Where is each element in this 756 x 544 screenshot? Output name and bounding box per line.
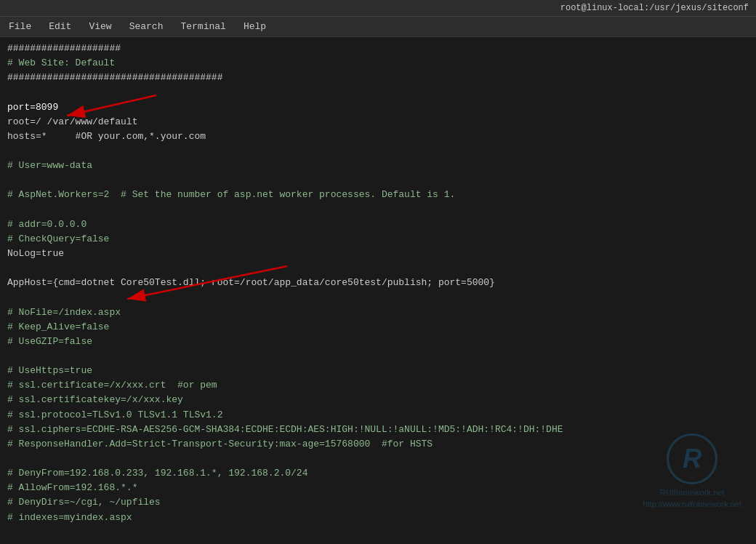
line-18: # NoFile=/index.aspx — [7, 305, 749, 320]
line-29: # DenyFrom=192.168.0.233, 192.168.1.*, 1… — [7, 466, 749, 481]
line-23: # ssl.certificate=/x/xxx.crt #or pem — [7, 378, 749, 393]
menu-search[interactable]: Search — [126, 20, 166, 33]
line-7 — [7, 144, 749, 159]
line-12: # addr=0.0.0.0 — [7, 217, 749, 232]
title-bar: root@linux-local:/usr/jexus/siteconf — [0, 0, 756, 17]
menu-file[interactable]: File — [6, 20, 34, 33]
line-33 — [7, 525, 749, 539]
line-19: # Keep_Alive=false — [7, 320, 749, 335]
line-22: # UseHttps=true — [7, 364, 749, 378]
line-6: hosts=* #OR your.com,*.your.com — [7, 129, 749, 144]
line-30: # AllowFrom=192.168.*.* — [7, 481, 749, 495]
menu-view[interactable]: View — [86, 20, 114, 33]
line-21 — [7, 349, 749, 364]
line-26: # ssl.ciphers=ECDHE-RSA-AES256-GCM-SHA38… — [7, 423, 749, 437]
line-31: # DenyDirs=~/cgi, ~/upfiles — [7, 495, 749, 510]
line-28 — [7, 452, 749, 466]
line-5: root=/ /var/www/default — [7, 115, 749, 129]
editor-area[interactable]: ##################### Web Site: Default#… — [0, 37, 756, 539]
line-2: ###################################### — [7, 71, 749, 85]
menu-edit[interactable]: Edit — [46, 20, 74, 33]
line-3 — [7, 85, 749, 100]
line-4: port=8099 — [7, 100, 749, 115]
line-11 — [7, 203, 749, 217]
line-8: # User=www-data — [7, 159, 749, 173]
line-13: # CheckQuery=false — [7, 232, 749, 247]
menu-help[interactable]: Help — [241, 20, 269, 33]
line-25: # ssl.protocol=TLSv1.0 TLSv1.1 TLSv1.2 — [7, 408, 749, 423]
menu-bar: File Edit View Search Terminal Help — [0, 17, 756, 37]
line-10: # AspNet.Workers=2 # Set the number of a… — [7, 188, 749, 202]
line-1: # Web Site: Default — [7, 56, 749, 71]
line-14: NoLog=true — [7, 247, 749, 261]
line-24: # ssl.certificatekey=/x/xxx.key — [7, 393, 749, 407]
line-16: AppHost={cmd=dotnet Core50Test.dll; root… — [7, 276, 749, 290]
title-text: root@linux-local:/usr/jexus/siteconf — [560, 3, 749, 13]
line-27: # ResponseHandler.Add=Strict-Transport-S… — [7, 437, 749, 452]
menu-terminal[interactable]: Terminal — [177, 20, 228, 33]
line-0: #################### — [7, 41, 749, 56]
line-32: # indexes=myindex.aspx — [7, 511, 749, 525]
line-20: # UseGZIP=false — [7, 335, 749, 349]
line-9 — [7, 173, 749, 188]
code-content: ##################### Web Site: Default#… — [7, 41, 749, 539]
line-15 — [7, 261, 749, 276]
line-17 — [7, 290, 749, 305]
